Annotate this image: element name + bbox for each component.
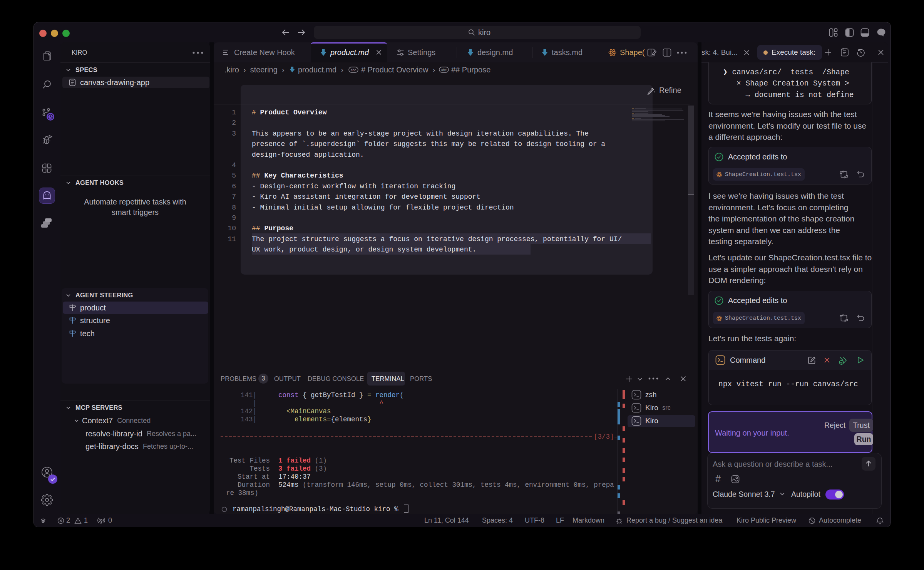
svg-text:abc: abc [441, 68, 447, 72]
svg-text:abc: abc [351, 68, 357, 72]
